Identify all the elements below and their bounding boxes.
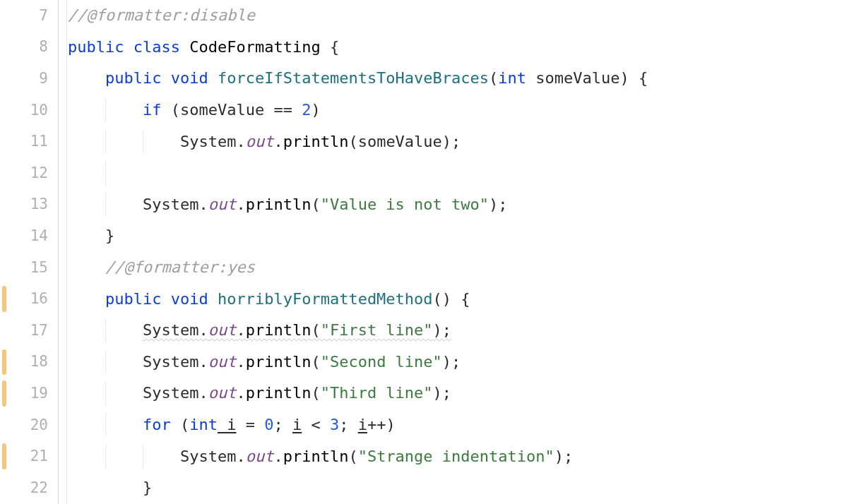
punctuation: (: [311, 196, 320, 213]
keyword: for: [143, 416, 171, 433]
keyword: public: [105, 290, 161, 308]
variable: i: [358, 416, 367, 433]
field: out: [208, 353, 237, 371]
code-line[interactable]: 17 System.out.println("First line");: [0, 315, 866, 347]
line-number: 8: [0, 40, 58, 54]
punctuation: .: [236, 321, 245, 339]
method-call: println: [246, 384, 312, 402]
code-line[interactable]: 21 System.out.println("Strange indentati…: [0, 440, 866, 472]
string-literal: "Value is not two": [321, 196, 489, 213]
punctuation: );: [442, 353, 461, 371]
keyword: void: [171, 69, 208, 87]
punctuation: ) {: [620, 69, 648, 87]
method-call: println: [246, 353, 312, 371]
code-line[interactable]: 19 System.out.println("Third line");: [0, 378, 866, 409]
keyword: int: [498, 69, 526, 87]
string-literal: "Strange indentation": [358, 448, 554, 465]
brace: }: [143, 479, 152, 496]
string-literal: "Second line": [321, 353, 442, 371]
punctuation: ;: [273, 416, 292, 433]
code-line[interactable]: 22 }: [0, 472, 866, 504]
punctuation: );: [442, 133, 461, 150]
line-number: 14: [0, 229, 58, 244]
qualifier: System.: [143, 321, 208, 339]
operator: <: [302, 416, 330, 433]
string-literal: "First line": [321, 321, 433, 339]
method-call: println: [283, 448, 349, 465]
qualifier: System.: [180, 133, 246, 150]
code-line[interactable]: 12: [0, 157, 866, 189]
punctuation: .: [273, 448, 283, 465]
argument: someValue: [358, 133, 442, 150]
method-call: println: [246, 196, 312, 213]
punctuation: (: [311, 321, 320, 339]
class-name: CodeFormatting: [189, 38, 320, 56]
code-line[interactable]: 13 System.out.println("Value is not two"…: [0, 189, 866, 221]
code-line[interactable]: 8 public class CodeFormatting {: [0, 32, 866, 64]
code-line[interactable]: 18 System.out.println("Second line");: [0, 347, 866, 378]
variable: someValue: [180, 101, 264, 119]
comment: //@formatter:disable: [68, 6, 255, 24]
brace: {: [451, 290, 470, 308]
code-editor[interactable]: 7 //@formatter:disable 8 public class Co…: [0, 0, 866, 504]
punctuation: .: [236, 196, 245, 213]
operator: ==: [264, 101, 302, 119]
line-number: 19: [0, 386, 58, 401]
field: out: [246, 448, 274, 465]
comment: //@formatter:yes: [105, 258, 255, 276]
punctuation: (): [433, 290, 452, 308]
code-line[interactable]: 20 for (int i = 0; i < 3; i++): [0, 409, 866, 441]
qualifier: System.: [143, 384, 208, 402]
method-call: println: [283, 133, 349, 150]
line-number: 20: [0, 418, 58, 433]
punctuation: (: [311, 353, 320, 371]
line-number: 22: [0, 481, 58, 496]
method-call: println: [246, 321, 312, 339]
punctuation: (: [348, 133, 357, 150]
line-number: 18: [0, 354, 58, 369]
punctuation: (: [489, 69, 498, 87]
line-number: 16: [0, 292, 58, 306]
operator: ++: [367, 416, 386, 433]
variable: i: [292, 416, 302, 433]
punctuation: .: [236, 384, 245, 402]
line-number: 10: [0, 103, 58, 118]
field: out: [208, 321, 237, 339]
keyword: int: [189, 416, 218, 433]
punctuation: ): [311, 101, 320, 119]
code-line[interactable]: 9 public void forceIfStatementsToHaveBra…: [0, 63, 866, 95]
keyword: if: [143, 101, 162, 119]
line-number: 12: [0, 166, 58, 181]
number-literal: 2: [302, 101, 311, 119]
keyword: class: [134, 38, 180, 56]
punctuation: );: [433, 384, 452, 402]
number-literal: 3: [330, 416, 339, 433]
number-literal: 0: [264, 416, 273, 433]
parameter: someValue: [526, 69, 619, 87]
line-number: 21: [0, 449, 58, 464]
operator: =: [236, 416, 264, 433]
keyword: public: [105, 69, 161, 87]
code-line[interactable]: 10 if (someValue == 2): [0, 95, 866, 126]
code-line[interactable]: 14 }: [0, 220, 866, 252]
method-name: horriblyFormattedMethod: [218, 290, 433, 308]
punctuation: ;: [339, 416, 358, 433]
qualifier: System.: [143, 196, 208, 213]
punctuation: );: [489, 196, 508, 213]
qualifier: System.: [143, 353, 208, 371]
punctuation: .: [273, 133, 283, 150]
code-line[interactable]: 11 System.out.println(someValue);: [0, 126, 866, 157]
line-number: 15: [0, 260, 58, 275]
code-line[interactable]: 15 //@formatter:yes: [0, 252, 866, 284]
keyword: public: [68, 38, 124, 56]
punctuation: ): [386, 416, 395, 433]
field: out: [246, 133, 274, 150]
string-literal: "Third line": [321, 384, 433, 402]
method-name: forceIfStatementsToHaveBraces: [218, 69, 489, 87]
punctuation: );: [433, 321, 452, 339]
line-number: 7: [0, 8, 58, 23]
code-line[interactable]: 7 //@formatter:disable: [0, 0, 866, 32]
code-line[interactable]: 16 public void horriblyFormattedMethod()…: [0, 283, 866, 315]
punctuation: (: [348, 448, 357, 465]
keyword: void: [171, 290, 208, 308]
